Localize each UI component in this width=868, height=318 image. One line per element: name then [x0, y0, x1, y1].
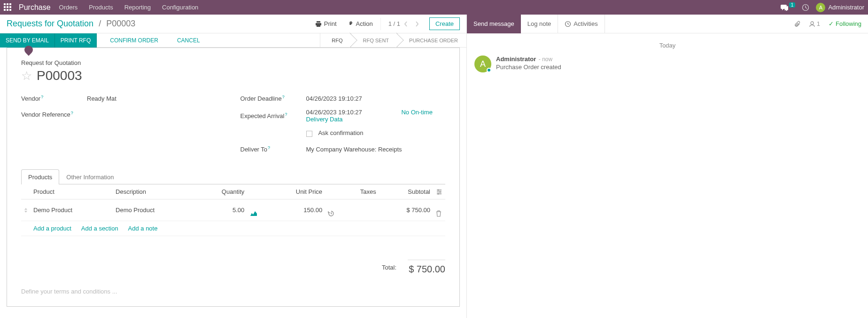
- form-view: Requests for Quotation / P00003 Print Ac…: [0, 15, 467, 318]
- chatter-panel: Send message Log note Activities 1 ✓ Fol…: [467, 15, 868, 318]
- print-label: Print: [324, 20, 337, 27]
- avatar-initial: A: [819, 5, 822, 10]
- avatar: A: [816, 3, 825, 12]
- breadcrumb: Requests for Quotation / P00003: [7, 19, 135, 29]
- action-button[interactable]: Action: [347, 20, 373, 27]
- pager-prev[interactable]: [400, 18, 411, 30]
- attachments-icon[interactable]: [794, 20, 800, 28]
- followers-count: 1: [817, 20, 820, 27]
- cell-product[interactable]: Demo Product: [31, 199, 113, 221]
- nav-configuration[interactable]: Configuration: [162, 4, 198, 11]
- app-brand[interactable]: Purchase: [19, 3, 51, 12]
- cell-taxes[interactable]: [339, 199, 379, 221]
- breadcrumb-root[interactable]: Requests for Quotation: [7, 19, 93, 28]
- send-message-button[interactable]: Send message: [467, 15, 521, 33]
- add-section-link[interactable]: Add a section: [81, 225, 118, 232]
- deliver-to-value[interactable]: My Company Warehouse: Receipts: [306, 146, 446, 153]
- cell-unit-price[interactable]: 150.00: [266, 199, 325, 221]
- online-status-icon: [487, 68, 491, 72]
- add-product-link[interactable]: Add a product: [33, 225, 71, 232]
- expected-arrival-value: 04/26/2023 19:10:27 No On-time Delivery …: [306, 109, 446, 123]
- nav-products[interactable]: Products: [89, 4, 113, 11]
- expected-arrival-label: Expected Arrival?: [240, 112, 306, 119]
- chatter-message: A Administrator - now Purchase Order cre…: [474, 56, 860, 72]
- th-product: Product: [31, 184, 113, 199]
- clock-icon: [565, 21, 571, 27]
- print-rfq-button[interactable]: PRINT RFQ: [55, 33, 97, 48]
- ask-confirmation-checkbox[interactable]: [306, 131, 312, 137]
- cell-subtotal: $ 750.00: [379, 199, 433, 221]
- control-panel: Requests for Quotation / P00003 Print Ac…: [0, 15, 466, 33]
- msg-author[interactable]: Administrator: [496, 56, 536, 63]
- stage-rfq[interactable]: RFQ: [320, 33, 351, 48]
- cancel-button[interactable]: CANCEL: [171, 33, 206, 48]
- order-deadline-label: Order Deadline?: [240, 95, 306, 102]
- priority-star-icon[interactable]: ☆: [21, 69, 32, 83]
- stage-purchase-order[interactable]: PURCHASE ORDER: [397, 33, 466, 48]
- tab-products[interactable]: Products: [21, 169, 59, 184]
- following-label: Following: [836, 20, 861, 27]
- form-sheet: Request for Quotation ☆ P00003 Vendor? R…: [7, 48, 460, 307]
- confirm-order-button[interactable]: CONFIRM ORDER: [104, 33, 164, 48]
- ask-confirmation-label: Ask confirmation: [318, 129, 363, 136]
- columns-config-icon[interactable]: [436, 189, 442, 195]
- print-button[interactable]: Print: [315, 20, 337, 27]
- status-bar: SEND BY EMAIL PRINT RFQ CONFIRM ORDER CA…: [0, 33, 466, 48]
- drag-handle-icon[interactable]: [21, 199, 31, 221]
- messaging-icon[interactable]: 1: [781, 4, 796, 11]
- cell-description[interactable]: Demo Product: [113, 199, 195, 221]
- form-tabs: Products Other Information: [21, 169, 445, 184]
- apps-icon[interactable]: [4, 3, 12, 12]
- th-subtotal: Subtotal: [379, 184, 433, 199]
- svg-point-4: [438, 193, 439, 194]
- status-stages: RFQ RFQ SENT PURCHASE ORDER: [320, 33, 466, 48]
- msg-avatar: A: [474, 56, 491, 72]
- ask-confirmation-row[interactable]: Ask confirmation: [306, 129, 446, 136]
- user-menu[interactable]: A Administrator: [816, 3, 864, 12]
- messaging-badge: 1: [789, 2, 796, 8]
- order-lines-table: Product Description Quantity Unit Price …: [21, 184, 445, 236]
- followers-button[interactable]: 1: [809, 20, 820, 27]
- vendor-ref-label: Vendor Reference?: [21, 111, 87, 118]
- order-deadline-value[interactable]: 04/26/2023 19:10:27: [306, 95, 446, 102]
- breadcrumb-current: P00003: [106, 19, 135, 28]
- delete-row-icon[interactable]: [436, 210, 442, 217]
- chatter-date: Today: [474, 42, 860, 49]
- gear-icon: [347, 21, 354, 27]
- stage-rfq-sent[interactable]: RFQ SENT: [351, 33, 397, 48]
- create-button[interactable]: Create: [429, 17, 460, 30]
- check-icon: ✓: [829, 20, 834, 27]
- log-note-button[interactable]: Log note: [521, 15, 558, 33]
- activities-button[interactable]: Activities: [558, 15, 604, 33]
- total-value: $ 750.00: [408, 260, 445, 275]
- msg-time: - now: [539, 56, 552, 63]
- svg-point-3: [440, 191, 441, 192]
- th-taxes: Taxes: [339, 184, 379, 199]
- rfq-heading: Request for Quotation: [21, 59, 445, 66]
- nav-reporting[interactable]: Reporting: [124, 4, 151, 11]
- top-navbar: Purchase Orders Products Reporting Confi…: [0, 0, 868, 15]
- activities-icon[interactable]: [802, 4, 809, 11]
- record-title: P00003: [37, 68, 82, 83]
- user-name: Administrator: [828, 4, 864, 11]
- activities-label: Activities: [574, 20, 597, 27]
- add-note-link[interactable]: Add a note: [128, 225, 158, 232]
- terms-placeholder[interactable]: Define your terms and conditions ...: [21, 288, 382, 295]
- th-quantity: Quantity: [195, 184, 247, 199]
- price-history-icon[interactable]: [328, 210, 336, 217]
- cell-quantity[interactable]: 5.00: [195, 199, 247, 221]
- th-unit-price: Unit Price: [266, 184, 325, 199]
- following-button[interactable]: ✓ Following: [829, 20, 861, 27]
- deliver-to-label: Deliver To?: [240, 146, 306, 153]
- tab-other-info[interactable]: Other Information: [59, 169, 121, 184]
- pager: 1 / 1: [380, 18, 423, 30]
- nav-orders[interactable]: Orders: [59, 4, 78, 11]
- total-label: Total:: [382, 264, 396, 271]
- forecast-icon[interactable]: [250, 211, 263, 216]
- chatter-topbar: Send message Log note Activities 1 ✓ Fol…: [467, 15, 868, 33]
- vendor-label: Vendor?: [21, 95, 87, 102]
- table-row[interactable]: Demo Product Demo Product 5.00 150.00: [21, 199, 445, 221]
- vendor-value[interactable]: Ready Mat: [87, 95, 226, 102]
- svg-point-6: [811, 22, 814, 24]
- pager-next[interactable]: [411, 18, 423, 30]
